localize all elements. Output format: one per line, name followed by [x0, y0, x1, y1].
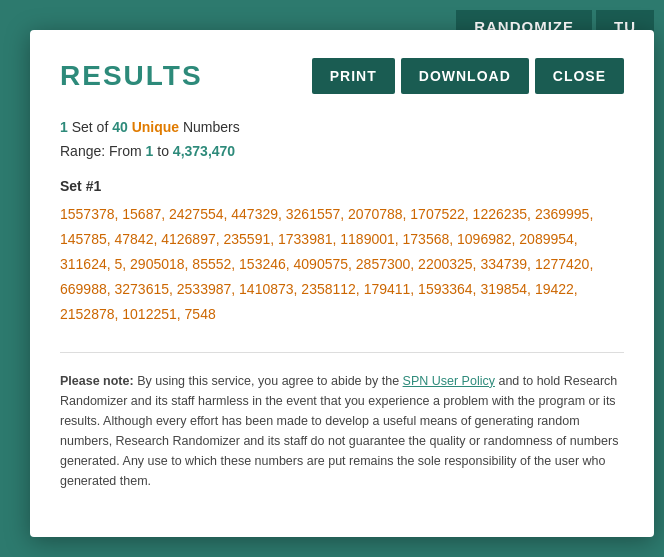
divider [60, 352, 624, 353]
print-button[interactable]: PRINT [312, 58, 395, 94]
spn-policy-link[interactable]: SPN User Policy [403, 374, 495, 388]
modal-action-buttons: PRINT DOWNLOAD CLOSE [312, 58, 624, 94]
modal-title: RESULTS [60, 60, 203, 92]
modal-header: RESULTS PRINT DOWNLOAD CLOSE [60, 58, 624, 94]
unique-label: Unique [132, 119, 179, 135]
summary-line-1: 1 Set of 40 Unique Numbers [60, 116, 624, 140]
disclaimer-bold: Please note: [60, 374, 134, 388]
disclaimer-body: By using this service, you agree to abid… [137, 374, 402, 388]
unique-count: 40 [112, 119, 128, 135]
download-button[interactable]: DOWNLOAD [401, 58, 529, 94]
range-to: 4,373,470 [173, 143, 235, 159]
range-from: 1 [146, 143, 154, 159]
close-button[interactable]: CLOSE [535, 58, 624, 94]
numbers-output: 1557378, 15687, 2427554, 447329, 3261557… [60, 202, 624, 328]
set-count: 1 [60, 119, 68, 135]
numbers-label: Numbers [183, 119, 240, 135]
result-summary: 1 Set of 40 Unique Numbers Range: From 1… [60, 116, 624, 164]
set-label: Set #1 [60, 178, 624, 194]
disclaimer: Please note: By using this service, you … [60, 371, 624, 491]
summary-line-2: Range: From 1 to 4,373,470 [60, 140, 624, 164]
disclaimer-rest: and to hold Research Randomizer and its … [60, 374, 618, 488]
results-modal: RESULTS PRINT DOWNLOAD CLOSE 1 Set of 40… [30, 30, 654, 537]
